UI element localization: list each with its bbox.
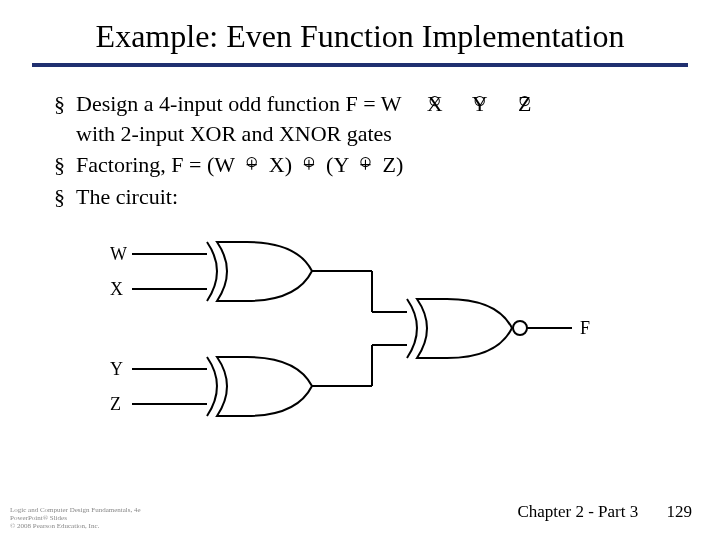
bullet-2-x: X) bbox=[269, 152, 298, 177]
xor-symbol: + ○ bbox=[297, 150, 320, 180]
bullet-list: Design a 4-input odd function F = W X ○ … bbox=[32, 89, 688, 212]
copyright-1: Logic and Computer Design Fundamentals, … bbox=[10, 506, 141, 514]
bullet-2: Factoring, F = (W + ○ X) + ○ (Y + ○ Z) bbox=[54, 150, 688, 180]
page-number: 129 bbox=[667, 502, 693, 521]
slide-title: Example: Even Function Implementation bbox=[32, 18, 688, 55]
xor-symbol: Y ○ bbox=[468, 89, 491, 119]
svg-point-10 bbox=[513, 321, 527, 335]
chapter-label: Chapter 2 - Part 3 bbox=[517, 502, 638, 521]
circuit-diagram: W X Y Z bbox=[92, 234, 688, 438]
bullet-2-z: Z) bbox=[383, 152, 404, 177]
label-x: X bbox=[110, 279, 123, 299]
footer-right: Chapter 2 - Part 3 129 bbox=[517, 502, 692, 522]
label-y: Y bbox=[110, 359, 123, 379]
xor-gate-2 bbox=[207, 357, 312, 416]
title-underline bbox=[32, 63, 688, 67]
bullet-2-m: (Y bbox=[326, 152, 354, 177]
xor-symbol: Z ○ bbox=[513, 89, 536, 119]
bullet-1: Design a 4-input odd function F = W X ○ … bbox=[54, 89, 688, 148]
copyright-2: PowerPoint® Slides bbox=[10, 514, 141, 522]
label-f: F bbox=[580, 318, 590, 338]
bullet-3: The circuit: bbox=[54, 182, 688, 212]
copyright-3: © 2008 Pearson Education, Inc. bbox=[10, 522, 141, 530]
xor-symbol: + ○ bbox=[240, 150, 263, 180]
xor-symbol: + ○ bbox=[354, 150, 377, 180]
bullet-1-text-a: Design a 4-input odd function F = W bbox=[76, 91, 401, 116]
footer-left: Logic and Computer Design Fundamentals, … bbox=[10, 506, 141, 530]
xor-gate-1 bbox=[207, 242, 312, 301]
bullet-2-text-a: Factoring, F = (W bbox=[76, 152, 240, 177]
label-z: Z bbox=[110, 394, 121, 414]
xor-symbol: X ○ bbox=[423, 89, 446, 119]
bullet-1-text-b: with 2-input XOR and XNOR gates bbox=[76, 121, 392, 146]
label-w: W bbox=[110, 244, 127, 264]
xnor-gate bbox=[407, 299, 527, 358]
